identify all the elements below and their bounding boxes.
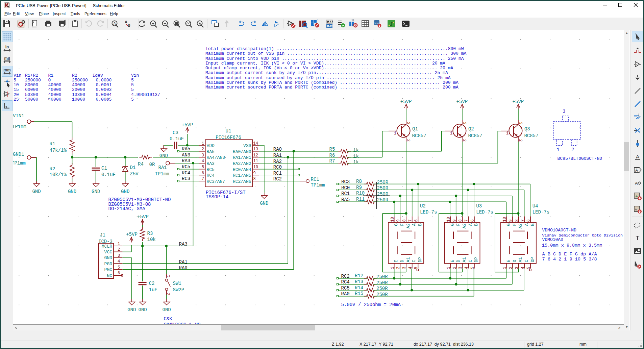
svg-text:RA1/AN1: RA1/AN1 (233, 155, 251, 160)
svg-text:1k: 1k (353, 148, 359, 153)
svg-text:9: 9 (509, 219, 513, 222)
svg-text:VSS: VSS (243, 143, 251, 148)
svg-text:7: 7 (464, 219, 469, 222)
svg-text:RA3: RA3 (207, 161, 215, 166)
svg-text:R1: R1 (50, 141, 55, 147)
svg-text:VIN1: VIN1 (13, 113, 24, 119)
svg-text:R2: R2 (50, 166, 55, 172)
svg-text:PGD: PGD (104, 261, 113, 267)
svg-text:GND: GND (121, 189, 129, 194)
svg-text:B: B (530, 223, 535, 226)
svg-text:RA3: RA3 (182, 158, 190, 164)
svg-text:F: F (400, 223, 405, 226)
svg-text:RA1: RA1 (179, 259, 188, 265)
svg-text:50000: 50000 (25, 97, 38, 102)
svg-text:VCC: VCC (104, 250, 113, 255)
svg-text:D: D (456, 260, 461, 263)
svg-text:Vin: Vin (131, 73, 139, 78)
svg-text:2: 2 (462, 139, 467, 142)
svg-text:20: 20 (14, 92, 19, 97)
svg-text:0R: 0R (149, 162, 155, 167)
svg-text:MCLR: MCLR (102, 244, 112, 249)
svg-text:5: 5 (470, 267, 475, 269)
svg-text:A: A (114, 22, 116, 25)
svg-text:RC2: RC2 (341, 274, 350, 279)
svg-text:RC3/AN7: RC3/AN7 (207, 179, 225, 184)
svg-text:1k: 1k (353, 154, 359, 159)
svg-text:C2: C2 (149, 281, 155, 286)
svg-text:RA4/AN3: RA4/AN3 (207, 155, 225, 160)
svg-text:DP: DP (530, 257, 535, 263)
svg-text:9: 9 (452, 219, 457, 222)
svg-text:BC857: BC857 (412, 133, 426, 139)
svg-text:R8: R8 (356, 179, 362, 184)
svg-text:DO-214AC, SMA: DO-214AC, SMA (108, 206, 146, 211)
svg-text:2: 2 (202, 147, 204, 152)
svg-text:+5VP: +5VP (513, 99, 524, 104)
svg-text:Maximum current out of VSS pin: Maximum current out of VSS pin .........… (205, 51, 467, 56)
svg-text:Maximum output current sunk by: Maximum output current sunk by any I/O p… (205, 70, 448, 75)
svg-text:GND: GND (68, 189, 76, 194)
svg-text:40000: 40000 (48, 97, 61, 102)
svg-text:R10: R10 (356, 191, 365, 196)
svg-text:250000: 250000 (72, 78, 88, 83)
svg-text:+5VP: +5VP (181, 122, 193, 128)
svg-text:3: 3 (406, 122, 411, 124)
svg-text:E: E (506, 260, 511, 263)
svg-text:3: 3 (118, 253, 120, 258)
svg-text:TSSOP-14: TSSOP-14 (206, 194, 228, 200)
svg-text:25: 25 (14, 97, 19, 102)
svg-text:+: + (152, 21, 154, 26)
svg-text:3: 3 (402, 267, 407, 269)
svg-text:R2: R2 (72, 73, 77, 78)
svg-text:U1: U1 (226, 128, 231, 134)
svg-text:5: 5 (131, 78, 134, 83)
svg-text:U2: U2 (420, 203, 426, 209)
svg-text:RA1: RA1 (158, 165, 167, 170)
svg-text:AN3: AN3 (182, 152, 190, 158)
svg-text:R11: R11 (356, 197, 365, 202)
svg-text:Maximum current sunk by PORTA: Maximum current sunk by PORTA and PORTC … (205, 80, 459, 85)
svg-text:8: 8 (402, 219, 407, 222)
svg-text:TP1mm: TP1mm (311, 182, 325, 188)
svg-text:A2: A2 (406, 223, 411, 229)
svg-text:TP1mm: TP1mm (13, 124, 26, 129)
svg-text:A B C D E F G dp A/A: A B C D E F G dp A/A (542, 252, 597, 257)
svg-text:A: A (412, 223, 417, 226)
svg-text:R42: R42 (327, 25, 333, 28)
svg-text:C: C (468, 260, 473, 263)
svg-text:C: C (524, 260, 529, 263)
svg-text:5: 5 (131, 87, 134, 92)
svg-text:RA5: RA5 (341, 197, 350, 202)
svg-text:8: 8 (515, 219, 519, 222)
svg-text:+: + (5, 93, 7, 96)
svg-text:8: 8 (458, 219, 463, 222)
svg-text:1: 1 (118, 242, 120, 246)
svg-text:D1: D1 (130, 165, 136, 170)
svg-text:RC3: RC3 (182, 176, 190, 181)
svg-text:5: 5 (118, 265, 120, 270)
svg-text:PIC16F676: PIC16F676 (216, 135, 241, 140)
svg-text:1: 1 (166, 275, 171, 277)
svg-text:A1: A1 (406, 257, 411, 263)
svg-text:+5VP: +5VP (126, 232, 138, 237)
svg-text:RC1: RC1 (341, 191, 350, 196)
svg-text:GND: GND (92, 189, 100, 194)
svg-text:+5VP: +5VP (400, 99, 412, 104)
svg-text:−: − (164, 21, 166, 26)
svg-text:2: 2 (118, 247, 120, 252)
svg-text:Q2: Q2 (468, 126, 474, 132)
svg-text:5: 5 (414, 267, 419, 269)
svg-text:A: A (468, 223, 473, 226)
svg-text:5: 5 (131, 82, 134, 88)
svg-text:GND: GND (138, 307, 147, 313)
svg-text:R1+R2: R1+R2 (25, 73, 38, 78)
svg-text:RC5: RC5 (207, 167, 215, 172)
svg-text:RC4: RC4 (182, 170, 190, 176)
svg-text:6: 6 (202, 171, 204, 176)
svg-text:C3: C3 (173, 130, 178, 135)
svg-text:40000: 40000 (72, 82, 85, 88)
svg-text:6: 6 (118, 271, 120, 276)
svg-text:15: 15 (14, 87, 19, 92)
svg-text:3: 3 (202, 153, 204, 158)
